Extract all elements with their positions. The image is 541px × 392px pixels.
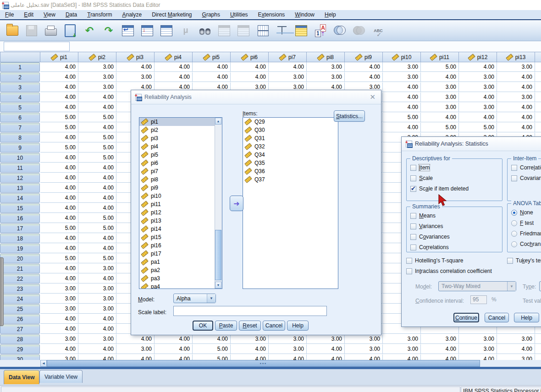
- intraclass-correlation-checkbox[interactable]: Intraclass correlation coefficient: [406, 268, 492, 274]
- redo-button[interactable]: ↷: [99, 22, 118, 40]
- scale-label-input[interactable]: [173, 306, 327, 316]
- cell-pi3-2[interactable]: 3.00: [116, 72, 155, 82]
- undo-button[interactable]: ↶: [80, 22, 99, 40]
- cell-pi2-5[interactable]: 4.00: [78, 103, 116, 112]
- cell-pi2-19[interactable]: 4.00: [78, 244, 116, 253]
- cell-pi11-29[interactable]: 4.00: [421, 344, 459, 354]
- row-header-25[interactable]: 25: [0, 304, 40, 314]
- cell-pi11-7[interactable]: 5.00: [421, 123, 459, 132]
- cell-pi10-6[interactable]: 5.00: [383, 113, 421, 122]
- row-header-19[interactable]: 19: [0, 244, 40, 253]
- menu-graphs[interactable]: Graphs: [197, 11, 225, 19]
- row-header-13[interactable]: 13: [0, 183, 40, 193]
- scroll-thumb[interactable]: [215, 230, 221, 280]
- close-icon[interactable]: ✕: [368, 93, 377, 101]
- cell-pi1-26[interactable]: 4.00: [40, 314, 78, 324]
- cell-pi7-28[interactable]: 3.00: [269, 334, 307, 344]
- column-header-pi4[interactable]: pi4: [155, 52, 193, 62]
- cell-pi4-28[interactable]: 4.00: [155, 334, 193, 344]
- paste-button[interactable]: Paste: [215, 321, 237, 331]
- cell-pi5-2[interactable]: 4.00: [193, 72, 231, 82]
- cell-pi13-29[interactable]: 4.00: [497, 344, 535, 354]
- cell-pi1-25[interactable]: 3.00: [40, 304, 78, 314]
- cell-pi2-25[interactable]: 3.00: [78, 304, 116, 314]
- variable-item-pi11[interactable]: pi11: [139, 200, 222, 208]
- menu-utilities[interactable]: Utilities: [225, 11, 253, 19]
- cell-pi2-20[interactable]: 5.00: [78, 254, 116, 263]
- column-header-pi1[interactable]: pi1: [40, 52, 78, 62]
- descriptives-scale-if-item-deleted-checkbox[interactable]: Scale if item deleted: [410, 185, 469, 192]
- source-variable-list[interactable]: pi1pi2pi3pi4pi5pi6pi7pi8pi9pi10pi11pi12p…: [139, 117, 222, 289]
- scroll-down-icon[interactable]: ▼: [215, 282, 221, 289]
- column-header-pi8[interactable]: pi8: [307, 52, 345, 62]
- item-Q32[interactable]: Q32: [243, 142, 338, 151]
- split-file-button[interactable]: [253, 22, 272, 40]
- column-header-pi6[interactable]: pi6: [231, 52, 269, 62]
- menu-edit[interactable]: Edit: [19, 11, 39, 19]
- cell-pi11-4[interactable]: 3.00: [421, 93, 459, 102]
- cell-reference-input[interactable]: [4, 42, 70, 51]
- cell-pi11-2[interactable]: 4.00: [421, 72, 459, 82]
- item-Q29[interactable]: Q29: [243, 118, 338, 126]
- cell-pi2-14[interactable]: 4.00: [78, 193, 116, 203]
- variable-item-pi5[interactable]: pi5: [139, 151, 222, 159]
- goto-variable-button[interactable]: ↓: [138, 22, 157, 40]
- cell-pi13-7[interactable]: 4.00: [497, 123, 535, 132]
- cell-pi1-27[interactable]: 4.00: [40, 324, 78, 334]
- row-header-16[interactable]: 16: [0, 213, 40, 223]
- select-cases-button[interactable]: [292, 22, 311, 40]
- row-header-5[interactable]: 5: [0, 103, 40, 112]
- column-header-pi10[interactable]: pi10: [383, 52, 421, 62]
- variable-item-pi7[interactable]: pi7: [139, 167, 222, 175]
- cell-pi1-8[interactable]: 4.00: [40, 133, 78, 142]
- row-header-14[interactable]: 14: [0, 193, 40, 203]
- row-header-20[interactable]: 20: [0, 254, 40, 263]
- cell-pi12-6[interactable]: 4.00: [459, 113, 497, 122]
- cell-pi11-28[interactable]: 3.00: [421, 334, 459, 344]
- cell-pi1-13[interactable]: 4.00: [40, 183, 78, 193]
- variable-item-pi6[interactable]: pi6: [139, 159, 222, 167]
- cell-pi13-30[interactable]: 3.00: [497, 354, 535, 360]
- row-header-12[interactable]: 12: [0, 173, 40, 183]
- hotellings-t-square-checkbox[interactable]: Hotelling's T-square: [406, 257, 463, 264]
- cell-pi12-5[interactable]: 3.00: [459, 103, 497, 112]
- cell-pi7-29[interactable]: 3.00: [269, 344, 307, 354]
- cell-pi10-7[interactable]: 4.00: [383, 123, 421, 132]
- menu-transform[interactable]: Transform: [82, 11, 117, 19]
- cell-pi10-28[interactable]: 3.00: [383, 334, 421, 344]
- cell-pi1-22[interactable]: 4.00: [40, 274, 78, 283]
- cell-pi1-1[interactable]: 4.00: [40, 62, 78, 72]
- cell-pi1-21[interactable]: 4.00: [40, 264, 78, 273]
- row-header-8[interactable]: 8: [0, 133, 40, 142]
- variable-item-pi15[interactable]: pi15: [139, 233, 222, 241]
- menu-file[interactable]: File: [0, 11, 19, 19]
- menu-help[interactable]: Help: [320, 11, 341, 19]
- cell-pi1-16[interactable]: 4.00: [40, 213, 78, 223]
- cell-pi2-4[interactable]: 4.00: [78, 93, 116, 102]
- menu-extensions[interactable]: Extensions: [253, 11, 290, 19]
- cell-pi2-17[interactable]: 5.00: [78, 223, 116, 233]
- cell-pi12-28[interactable]: 3.00: [459, 334, 497, 344]
- cell-pi2-13[interactable]: 4.00: [78, 183, 116, 193]
- column-header-pi5[interactable]: pi5: [193, 52, 231, 62]
- row-header-30[interactable]: 30: [0, 354, 40, 360]
- cell-pi2-6[interactable]: 5.00: [78, 113, 116, 122]
- row-header-22[interactable]: 22: [0, 274, 40, 283]
- use-variable-sets-button[interactable]: [330, 22, 349, 40]
- cell-pi1-19[interactable]: 4.00: [40, 244, 78, 253]
- statistics-help-button[interactable]: Help: [514, 313, 539, 322]
- statistics-dialog-title-bar[interactable]: + Reliability Analysis: Statistics: [402, 137, 541, 151]
- value-labels-button[interactable]: A1⇡: [311, 22, 330, 40]
- spell-check-button[interactable]: ABC: [369, 22, 388, 40]
- cell-pi2-23[interactable]: 3.00: [78, 284, 116, 294]
- cell-pi1-23[interactable]: 3.00: [40, 284, 78, 294]
- row-header-26[interactable]: 26: [0, 314, 40, 324]
- move-variable-button[interactable]: ➜: [230, 196, 243, 211]
- variable-item-pi16[interactable]: pi16: [139, 241, 222, 250]
- statistics-button[interactable]: Statistics...: [334, 110, 365, 122]
- column-header-pi3[interactable]: pi3: [116, 52, 155, 62]
- cell-pi1-28[interactable]: 3.00: [40, 334, 78, 344]
- cell-pi1-4[interactable]: 4.00: [40, 93, 78, 102]
- cell-pi3-30[interactable]: 4.00: [116, 354, 155, 360]
- model-dropdown[interactable]: Alpha▼: [173, 294, 216, 303]
